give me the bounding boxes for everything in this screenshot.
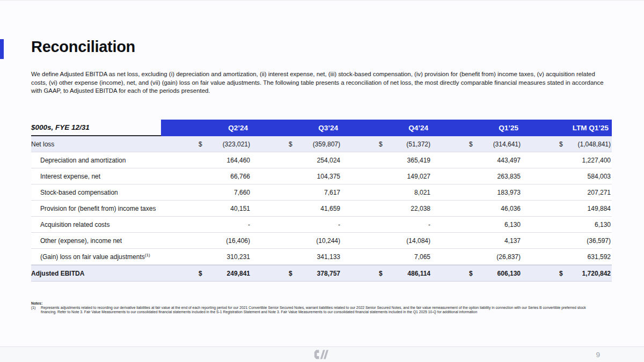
column-header: Q1’25 <box>431 120 522 136</box>
cell-value: - <box>248 221 250 228</box>
value-cell: 365,419 <box>341 157 431 164</box>
value-cell: 41,659 <box>251 205 341 212</box>
cell-value: 341,133 <box>317 253 340 261</box>
value-cell: $(314,641) <box>431 141 522 148</box>
cell-value: (14,084) <box>406 237 430 245</box>
cell-value: (314,641) <box>493 141 521 148</box>
table-body: Net loss$(323,021)$(359,807)$(51,372)$(3… <box>31 136 612 282</box>
value-cell: 149,027 <box>341 173 431 180</box>
value-cell: 7,065 <box>341 253 431 261</box>
value-cell: 584,003 <box>522 173 612 180</box>
cell-value: 443,497 <box>497 157 521 164</box>
cell-value: 263,835 <box>497 173 521 180</box>
table-row: Stock-based compensation7,6607,6178,0211… <box>31 184 612 201</box>
value-cell: $(1,048,841) <box>522 141 612 148</box>
table-row: (Gain) loss on fair value adjustments(1)… <box>31 249 612 265</box>
value-cell: (10,244) <box>251 237 341 245</box>
page-title: Reconciliation <box>31 38 135 56</box>
notes-heading: Notes: <box>31 301 589 305</box>
row-label: Provision for (benefit from) income taxe… <box>31 205 161 212</box>
row-label: (Gain) loss on fair value adjustments(1) <box>31 253 161 261</box>
row-label: Net loss <box>31 141 161 148</box>
coreweave-logo-icon <box>314 350 330 360</box>
value-cell: $249,841 <box>161 270 251 277</box>
value-cell: 183,973 <box>431 189 522 196</box>
value-cell: $1,720,842 <box>522 270 612 277</box>
page-number: 9 <box>596 351 600 359</box>
cell-value: 8,021 <box>414 189 430 196</box>
value-cell: 6,130 <box>522 221 612 228</box>
table-row: Net loss$(323,021)$(359,807)$(51,372)$(3… <box>31 136 612 152</box>
dollar-sign: $ <box>199 141 202 148</box>
value-cell: (14,084) <box>341 237 431 245</box>
dollar-sign: $ <box>379 141 383 148</box>
row-label: Adjusted EBITDA <box>31 270 161 277</box>
table-row: Provision for (benefit from) income taxe… <box>31 201 612 217</box>
cell-value: 22,038 <box>411 205 430 212</box>
value-cell: - <box>251 221 341 228</box>
cell-value: (323,021) <box>223 141 250 148</box>
value-cell: $606,130 <box>431 270 522 277</box>
value-cell: 207,271 <box>522 189 612 196</box>
title-accent-bar <box>0 39 4 59</box>
value-cell: (36,597) <box>522 237 612 245</box>
table-header-columns: Q2’24Q3’24Q4’24Q1’25LTM Q1’25 <box>161 120 612 136</box>
value-cell: (26,837) <box>431 253 522 261</box>
cell-value: 7,660 <box>234 189 250 196</box>
cell-value: (10,244) <box>316 237 340 245</box>
cell-value: 183,973 <box>497 189 521 196</box>
table-row: Interest expense, net66,766104,375149,02… <box>31 168 612 184</box>
cell-value: 378,757 <box>317 270 340 277</box>
dollar-sign: $ <box>469 270 473 277</box>
cell-value: 104,375 <box>317 173 340 180</box>
column-header: Q4’24 <box>341 120 431 136</box>
notes-list: (1)Represents adjustments related to rec… <box>31 306 589 314</box>
cell-value: 1,720,842 <box>582 270 611 277</box>
table-corner-label: $000s, FYE 12/31 <box>31 120 161 136</box>
table-row: Other (expense), income net(16,406)(10,2… <box>31 233 612 249</box>
value-cell: 8,021 <box>341 189 431 196</box>
note-marker: (1) <box>31 306 41 314</box>
footnote-superscript: (1) <box>145 253 150 257</box>
value-cell: 341,133 <box>251 253 341 261</box>
column-header: LTM Q1’25 <box>522 120 612 136</box>
cell-value: 6,130 <box>595 221 611 228</box>
value-cell: 310,231 <box>161 253 251 261</box>
value-cell: 66,766 <box>161 173 251 180</box>
table-row: Acquisition related costs---6,1306,130 <box>31 217 612 233</box>
note-text: Represents adjustments related to record… <box>41 306 589 314</box>
value-cell: $486,114 <box>341 270 431 277</box>
dollar-sign: $ <box>379 270 383 277</box>
cell-value: 254,024 <box>317 157 340 164</box>
value-cell: 7,617 <box>251 189 341 196</box>
cell-value: (1,048,841) <box>578 141 611 148</box>
cell-value: 249,841 <box>227 270 250 277</box>
value-cell: (16,406) <box>161 237 251 245</box>
cell-value: 486,114 <box>407 270 430 277</box>
value-cell: $(51,372) <box>341 141 431 148</box>
cell-value: 310,231 <box>227 253 250 261</box>
column-header: Q3’24 <box>251 120 341 136</box>
cell-value: 4,137 <box>504 237 521 245</box>
row-label: Interest expense, net <box>31 173 161 180</box>
value-cell: $(359,807) <box>251 141 341 148</box>
cell-value: (26,837) <box>496 253 521 261</box>
dollar-sign: $ <box>469 141 473 148</box>
value-cell: 443,497 <box>431 157 522 164</box>
dollar-sign: $ <box>289 270 292 277</box>
cell-value: 40,151 <box>230 205 250 212</box>
cell-value: - <box>338 221 340 228</box>
value-cell: 1,227,400 <box>522 157 612 164</box>
row-label: Acquisition related costs <box>31 221 161 228</box>
dollar-sign: $ <box>559 270 563 277</box>
value-cell: 149,884 <box>522 205 612 212</box>
reconciliation-table: $000s, FYE 12/31 Q2’24Q3’24Q4’24Q1’25LTM… <box>31 120 612 282</box>
cell-value: 6,130 <box>504 221 521 228</box>
slide: Reconciliation We define Adjusted EBITDA… <box>0 0 644 362</box>
cell-value: 631,592 <box>588 253 611 261</box>
table-header-row: $000s, FYE 12/31 Q2’24Q3’24Q4’24Q1’25LTM… <box>31 120 612 136</box>
cell-value: (36,597) <box>587 237 611 245</box>
table-row: Depreciation and amortization164,460254,… <box>31 152 612 168</box>
value-cell: 104,375 <box>251 173 341 180</box>
cell-value: 606,130 <box>497 270 521 277</box>
